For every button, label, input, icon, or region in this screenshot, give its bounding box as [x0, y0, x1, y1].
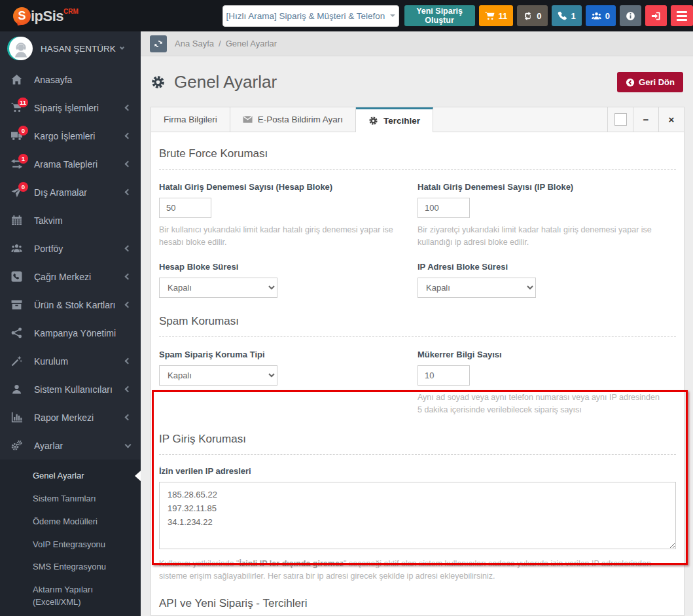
- magic-wand-icon: [11, 355, 26, 367]
- sidebar-item-kurulum[interactable]: Kurulum: [0, 347, 141, 375]
- maximize-button[interactable]: [607, 107, 633, 132]
- sidebar-item-sistem-kullanicilari[interactable]: Sistem Kullanıcıları: [0, 375, 141, 403]
- count-badge: 11: [18, 98, 28, 107]
- field-label: Mükerrer Bilgi Sayısı: [418, 350, 662, 359]
- field-label: Spam Sipariş Koruma Tipi: [159, 350, 403, 359]
- sidebar-item-dis-aramalar[interactable]: 0 Dış Aramalar: [0, 178, 141, 206]
- section-title-ip-giris: IP Giriş Koruması: [159, 433, 676, 446]
- count-badge: 1: [18, 154, 28, 164]
- field-help: Aynı ad soyad veya aynı telefon numarası…: [418, 391, 662, 417]
- breadcrumb: Ana Sayfa / Genel Ayarlar: [175, 39, 277, 48]
- info-button[interactable]: [620, 5, 641, 26]
- spam-koruma-tipi-select[interactable]: Kapalı: [159, 365, 277, 386]
- topbar-buttons: Yeni Sipariş Oluştur 11 0 1 0: [404, 5, 693, 26]
- submenu-item-sms-entegrasyonu[interactable]: SMS Entegrasyonu: [0, 556, 141, 579]
- hamburger-icon: [677, 11, 687, 21]
- chevron-left-icon: [125, 105, 132, 111]
- chevron-left-icon: [125, 245, 132, 252]
- tab-spacer: [433, 107, 607, 132]
- submenu-item-sistem-tanimlari[interactable]: Sistem Tanımları: [0, 488, 141, 511]
- users-counter-button[interactable]: 0: [586, 5, 616, 26]
- field-label: IP Adresi Bloke Süresi: [418, 262, 662, 272]
- cart-count: 11: [499, 11, 508, 21]
- hesap-bloke-suresi-select[interactable]: Kapalı: [159, 278, 277, 298]
- logo-text: ipSis: [31, 7, 63, 25]
- menu-toggle-button[interactable]: [671, 5, 693, 26]
- sidebar-item-cagri-merkezi[interactable]: Çağrı Merkezi: [0, 263, 141, 291]
- logout-button[interactable]: [645, 5, 667, 26]
- truck-icon: 0: [11, 130, 26, 142]
- field-label: İzin verilen IP adresleri: [159, 466, 676, 476]
- izin-verilen-ip-textarea[interactable]: 185.28.65.22 197.32.11.85 34.1.234.22: [159, 482, 676, 549]
- sidebar-item-kargo-islemleri[interactable]: 0 Kargo İşlemleri: [0, 122, 141, 150]
- chevron-left-icon: [125, 274, 132, 280]
- ip-bloke-sayisi-input[interactable]: [418, 198, 470, 218]
- sidebar-menu: Anasayfa 11 Sipariş İşlemleri 0 Kargo İş…: [0, 65, 141, 460]
- hesap-bloke-sayisi-input[interactable]: [159, 198, 211, 218]
- field-label: Hatalı Giriş Denemesi Sayısı (Hesap Blok…: [159, 182, 403, 192]
- sidebar-item-urun-stok-kartlari[interactable]: Ürün & Stok Kartları: [0, 291, 141, 319]
- archive-icon: [11, 299, 26, 311]
- users-count: 0: [605, 11, 610, 21]
- field-help: Bir kullanıcı yukarıdaki limit kadar hat…: [159, 224, 403, 249]
- submenu-item-voip-entegrasyonu[interactable]: VoIP Entegrasyonu: [0, 534, 141, 556]
- refresh-button[interactable]: [150, 35, 167, 52]
- section-title-spam: Spam Koruması: [159, 315, 676, 328]
- tab-eposta-bildirim-ayari[interactable]: E-Posta Bildirim Ayarı: [230, 107, 356, 132]
- main-content: Ana Sayfa / Genel Ayarlar Genel Ayarlar …: [141, 31, 693, 616]
- agent-avatar-icon: [12, 41, 29, 58]
- tab-tercihler[interactable]: Tercihler: [356, 107, 433, 132]
- submenu-item-genel-ayarlar[interactable]: Genel Ayarlar: [0, 465, 141, 488]
- top-navbar: S ipSis CRM [Hızlı Arama] Sipariş & Müşt…: [0, 0, 693, 31]
- quick-search-dropdown[interactable]: [Hızlı Arama] Sipariş & Müşteri & Telefo…: [222, 5, 399, 27]
- breadcrumb-separator: /: [219, 39, 221, 48]
- field-help: Bir ziyaretçi yukarıdaki limit kadar hat…: [418, 224, 662, 249]
- user-menu[interactable]: HASAN ŞENTÜRK: [0, 31, 141, 65]
- page-header: Genel Ayarlar Geri Dön: [141, 56, 693, 105]
- sidebar-item-portfoy[interactable]: Portföy: [0, 234, 141, 263]
- gear-icon: [368, 116, 378, 126]
- collapse-button[interactable]: −: [633, 107, 658, 132]
- chevron-left-icon: [125, 358, 132, 365]
- ip-bloke-suresi-select[interactable]: Kapalı: [418, 278, 536, 298]
- chevron-left-icon: [125, 133, 132, 139]
- info-icon: [626, 11, 635, 21]
- page-title: Genel Ayarlar: [151, 72, 277, 92]
- send-icon: 0: [11, 187, 26, 198]
- share-icon: [11, 327, 26, 339]
- chevron-circle-left-icon: [626, 78, 635, 87]
- breadcrumb-home[interactable]: Ana Sayfa: [175, 39, 214, 48]
- mukerrer-bilgi-sayisi-input[interactable]: [418, 365, 470, 386]
- close-button[interactable]: ×: [658, 107, 684, 132]
- cart-counter-button[interactable]: 11: [479, 5, 514, 26]
- sidebar-item-siparis-islemleri[interactable]: 11 Sipariş İşlemleri: [0, 94, 141, 122]
- sign-out-icon: [651, 11, 661, 21]
- sidebar-item-takvim[interactable]: Takvim: [0, 206, 141, 234]
- sidebar-item-anasayfa[interactable]: Anasayfa: [0, 65, 141, 94]
- app-logo[interactable]: S ipSis CRM: [0, 7, 133, 25]
- refresh-icon: [154, 39, 163, 48]
- tab-firma-bilgileri[interactable]: Firma Bilgileri: [151, 107, 230, 132]
- phone-square-icon: [11, 271, 26, 283]
- submenu-item-odeme-modulleri[interactable]: Ödeme Modülleri: [0, 511, 141, 534]
- avatar: [9, 37, 33, 60]
- active-item-arrow: [135, 471, 141, 481]
- divider: [159, 454, 676, 455]
- sidebar-item-kampanya-yonetimi[interactable]: Kampanya Yönetimi: [0, 319, 141, 347]
- sidebar: HASAN ŞENTÜRK Anasayfa 11 Sipariş İşleml…: [0, 31, 141, 616]
- back-button[interactable]: Geri Dön: [617, 72, 683, 92]
- section-title-api-tercihleri: API ve Yeni Sipariş - Tercihleri: [159, 597, 676, 610]
- chevron-left-icon: [125, 386, 132, 393]
- submenu-item-aktarim-yapilari[interactable]: Aktarım Yapıları (Excell/XML): [0, 579, 141, 614]
- close-icon: ×: [669, 114, 675, 125]
- sidebar-item-ayarlar[interactable]: Ayarlar: [0, 431, 141, 460]
- field-label: Hesap Bloke Süresi: [159, 262, 403, 272]
- sidebar-item-rapor-merkezi[interactable]: Rapor Merkezi: [0, 403, 141, 431]
- gear-icon: [151, 75, 166, 90]
- new-order-button[interactable]: Yeni Sipariş Oluştur: [404, 5, 475, 26]
- chevron-left-icon: [125, 189, 132, 196]
- repeat-counter-button[interactable]: 0: [517, 5, 547, 26]
- repeat-icon: [523, 11, 533, 21]
- phone-counter-button[interactable]: 1: [552, 5, 582, 26]
- sidebar-item-arama-talepleri[interactable]: 1 Arama Talepleri: [0, 150, 141, 178]
